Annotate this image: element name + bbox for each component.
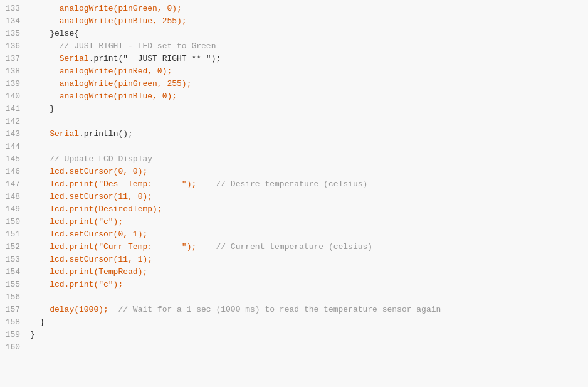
token: .print(" JUST RIGHT ** "); [89, 54, 221, 63]
line-number: 143 [0, 128, 30, 140]
token: Serial [60, 54, 89, 63]
line-content: lcd.print("c"); [30, 216, 123, 228]
line-number: 148 [0, 191, 30, 203]
line-number: 135 [0, 28, 30, 40]
line-number: 156 [0, 291, 30, 304]
token: analogWrite(pinBlue, 255); [30, 16, 187, 26]
code-editor: 133 analogWrite(pinGreen, 0);134 analogW… [0, 0, 588, 387]
line-content: lcd.setCursor(11, 1); [30, 253, 152, 266]
code-line: 156 [0, 291, 588, 304]
token: lcd.print("Des Temp: "); [30, 179, 196, 189]
line-number: 144 [0, 140, 30, 153]
token: lcd.setCursor(11, 1); [30, 255, 152, 264]
line-number: 158 [0, 316, 30, 329]
code-line: 137 Serial.print(" JUST RIGHT ** "); [0, 53, 588, 65]
line-number: 141 [0, 103, 30, 115]
code-line: 150 lcd.print("c"); [0, 216, 588, 228]
line-number: 155 [0, 278, 30, 291]
line-content: lcd.setCursor(0, 0); [30, 166, 147, 178]
token: // Wait for a 1 sec (1000 ms) to read th… [108, 305, 441, 314]
code-line: 138 analogWrite(pinRed, 0); [0, 65, 588, 78]
line-number: 136 [0, 40, 30, 53]
code-line: 141 } [0, 103, 588, 115]
line-content: }else{ [30, 28, 79, 40]
line-number: 151 [0, 228, 30, 241]
code-line: 147 lcd.print("Des Temp: "); // Desire t… [0, 178, 588, 191]
code-line: 142 [0, 115, 588, 128]
line-content: lcd.setCursor(0, 1); [30, 228, 147, 241]
token: lcd.setCursor(0, 1); [30, 230, 147, 239]
line-content: analogWrite(pinBlue, 0); [30, 90, 177, 103]
line-number: 159 [0, 329, 30, 341]
code-line: 160 [0, 341, 588, 354]
line-content: analogWrite(pinGreen, 0); [30, 3, 182, 15]
token: Serial [50, 129, 79, 139]
line-number: 142 [0, 115, 30, 128]
line-number: 154 [0, 266, 30, 278]
line-content: lcd.print("Curr Temp: "); // Current tem… [30, 241, 372, 253]
line-content: delay(1000); // Wait for a 1 sec (1000 m… [30, 304, 441, 316]
line-content: } [30, 103, 55, 115]
code-line: 155 lcd.print("c"); [0, 278, 588, 291]
token: // JUST RIGHT - LED set to Green [30, 41, 216, 51]
code-line: 153 lcd.setCursor(11, 1); [0, 253, 588, 266]
line-number: 146 [0, 166, 30, 178]
line-content: analogWrite(pinGreen, 255); [30, 78, 191, 90]
code-line: 139 analogWrite(pinGreen, 255); [0, 78, 588, 90]
code-line: 146 lcd.setCursor(0, 0); [0, 166, 588, 178]
token: // Current temperature (celsius) [196, 242, 372, 252]
code-line: 143 Serial.println(); [0, 128, 588, 140]
code-line: 140 analogWrite(pinBlue, 0); [0, 90, 588, 103]
token: delay(1000); [30, 305, 108, 314]
code-line: 145 // Update LCD Display [0, 153, 588, 166]
line-content: lcd.print(DesiredTemp); [30, 203, 162, 216]
line-content: analogWrite(pinRed, 0); [30, 65, 172, 78]
code-line: 149 lcd.print(DesiredTemp); [0, 203, 588, 216]
line-number: 157 [0, 304, 30, 316]
line-content: Serial.println(); [30, 128, 133, 140]
token: // Update LCD Display [30, 154, 152, 164]
code-line: 148 lcd.setCursor(11, 0); [0, 191, 588, 203]
token: lcd.print(DesiredTemp); [30, 204, 162, 214]
token: analogWrite(pinGreen, 255); [30, 79, 191, 88]
code-line: 152 lcd.print("Curr Temp: "); // Current… [0, 241, 588, 253]
code-line: 159} [0, 329, 588, 341]
line-content: lcd.print(TempRead); [30, 266, 147, 278]
token: analogWrite(pinGreen, 0); [30, 4, 182, 13]
line-content: lcd.print("Des Temp: "); // Desire tempe… [30, 178, 367, 191]
token: analogWrite(pinRed, 0); [30, 66, 172, 76]
code-line: 136 // JUST RIGHT - LED set to Green [0, 40, 588, 53]
token: } [30, 317, 45, 327]
line-number: 138 [0, 65, 30, 78]
line-content: } [30, 316, 45, 329]
token [30, 54, 60, 63]
token: lcd.print("c"); [30, 217, 123, 226]
token: }else{ [30, 29, 79, 38]
line-number: 137 [0, 53, 30, 65]
code-line: 154 lcd.print(TempRead); [0, 266, 588, 278]
line-number: 160 [0, 341, 30, 354]
code-line: 133 analogWrite(pinGreen, 0); [0, 3, 588, 15]
line-content: // Update LCD Display [30, 153, 152, 166]
line-number: 150 [0, 216, 30, 228]
line-number: 145 [0, 153, 30, 166]
line-content: Serial.print(" JUST RIGHT ** "); [30, 53, 221, 65]
line-content: lcd.print("c"); [30, 278, 123, 291]
line-content: } [30, 329, 35, 341]
code-line: 135 }else{ [0, 28, 588, 40]
code-line: 158 } [0, 316, 588, 329]
token: lcd.print("Curr Temp: "); [30, 242, 196, 252]
line-content: analogWrite(pinBlue, 255); [30, 15, 187, 28]
line-number: 152 [0, 241, 30, 253]
token: lcd.setCursor(0, 0); [30, 167, 147, 176]
token [30, 129, 50, 139]
token: } [30, 330, 35, 339]
line-number: 133 [0, 3, 30, 15]
token: lcd.print(TempRead); [30, 267, 147, 277]
line-number: 134 [0, 15, 30, 28]
line-number: 149 [0, 203, 30, 216]
token: analogWrite(pinBlue, 0); [30, 92, 177, 101]
code-line: 151 lcd.setCursor(0, 1); [0, 228, 588, 241]
line-number: 147 [0, 178, 30, 191]
token: lcd.print("c"); [30, 280, 123, 289]
